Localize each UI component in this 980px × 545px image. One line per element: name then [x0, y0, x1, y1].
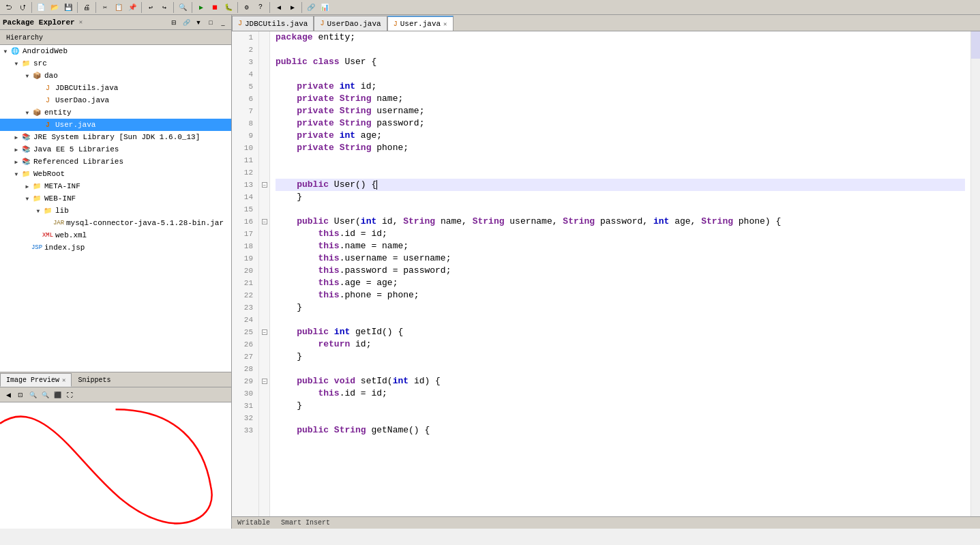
tab-jdbcutils[interactable]: J JDBCUtils.java	[232, 16, 314, 31]
expand-javaee[interactable]: ▶	[12, 147, 20, 153]
expand-webinf[interactable]: ▼	[23, 196, 31, 202]
expand-reflibs[interactable]: ▶	[12, 159, 20, 165]
tree-item-mysql-jar[interactable]: JAR mysql-connector-java-5.1.28-bin.jar	[0, 217, 231, 229]
fold-btn-32	[259, 412, 270, 424]
view-menu-btn[interactable]: ▼	[193, 17, 204, 28]
minimize-btn[interactable]: _	[218, 17, 228, 28]
tab-user[interactable]: J User.java ✕	[387, 16, 454, 31]
tree-item-entity[interactable]: ▼ 📦 entity	[0, 106, 231, 119]
toolbar-open[interactable]: 📂	[48, 1, 61, 14]
toolbar-forward[interactable]: ▶	[286, 1, 299, 14]
tab-hierarchy[interactable]: Hierarchy	[0, 31, 49, 44]
img-size-btn[interactable]: ⬛	[52, 389, 63, 400]
img-back-btn[interactable]: ◀	[3, 389, 14, 400]
icon-webinf: 📁	[31, 193, 42, 204]
img-zoomin-btn[interactable]: 🔍	[40, 389, 50, 400]
toolbar-back[interactable]: ◀	[273, 1, 285, 14]
snippets-label: Snippets	[78, 377, 110, 384]
tree-item-user[interactable]: J User.java	[0, 119, 231, 131]
toolbar-save[interactable]: 💾	[62, 1, 74, 14]
code-content[interactable]: package entity; public class User { priv…	[270, 31, 970, 516]
tree-item-dao[interactable]: ▼ 📦 dao	[0, 70, 231, 82]
maximize-btn[interactable]: □	[205, 17, 216, 28]
tree-item-androidweb[interactable]: ▼ 🌐 AndroidWeb	[0, 45, 231, 57]
tree-item-javaee[interactable]: ▶ 📚 Java EE 5 Libraries	[0, 143, 231, 156]
label-userdao: UserDao.java	[55, 96, 109, 104]
fold-btn-13[interactable]: −	[259, 179, 270, 191]
expand-metainf[interactable]: ▶	[23, 183, 31, 190]
collapse-all-btn[interactable]: ⊟	[168, 17, 179, 28]
token-kw2: int	[361, 216, 376, 228]
tab-userdao[interactable]: J UserDao.java	[314, 16, 387, 31]
tree-item-jre[interactable]: ▶ 📚 JRE System Library [Sun JDK 1.6.0_13…	[0, 131, 231, 143]
tab-user-close[interactable]: ✕	[443, 20, 447, 28]
img-full-btn[interactable]: ⛶	[64, 389, 75, 400]
line-num-22: 22	[232, 289, 256, 301]
fold-btn-16[interactable]: −	[259, 216, 270, 228]
line-num-10: 10	[232, 142, 256, 154]
toolbar-btn-2[interactable]: ⮍	[16, 1, 29, 14]
toolbar-print[interactable]: 🖨	[80, 1, 93, 14]
tab-snippets[interactable]: Snippets	[72, 373, 117, 387]
img-fit-btn[interactable]: ⊡	[15, 389, 26, 400]
tree-item-webxml[interactable]: XML web.xml	[0, 229, 231, 241]
tree-item-jdbcutils[interactable]: J JDBCUtils.java	[0, 82, 231, 94]
line-num-5: 5	[232, 80, 256, 93]
fold-btn-25[interactable]: −	[259, 326, 270, 338]
tree-view[interactable]: ▼ 🌐 AndroidWeb ▼ 📁 src ▼ 📦 dao	[0, 45, 231, 372]
fold-btn-6	[259, 93, 270, 105]
toolbar-run[interactable]: ▶	[195, 1, 207, 14]
toolbar-nav1[interactable]: 🔗	[305, 1, 317, 14]
tree-item-reflibs[interactable]: ▶ 📚 Referenced Libraries	[0, 156, 231, 168]
toolbar-settings[interactable]: ⚙	[241, 1, 253, 14]
toolbar-nav2[interactable]: 📊	[318, 1, 331, 14]
expand-androidweb[interactable]: ▼	[1, 48, 10, 55]
line-num-25: 25	[232, 326, 256, 338]
line-num-28: 28	[232, 363, 256, 375]
tab-image-preview[interactable]: Image Preview ✕	[0, 373, 72, 387]
link-editor-btn[interactable]: 🔗	[181, 17, 192, 28]
toolbar-sep-9	[301, 2, 302, 13]
token-kw: void	[334, 375, 355, 387]
left-panel: Package Explorer ✕ ⊟ 🔗 ▼ □ _ Hierarchy ▼	[0, 15, 232, 529]
expand-webroot[interactable]: ▼	[12, 171, 20, 177]
icon-project: 🌐	[10, 46, 20, 57]
toolbar-new-file[interactable]: 📄	[35, 1, 47, 14]
tree-item-src[interactable]: ▼ 📁 src	[0, 57, 231, 70]
token-plain: id;	[355, 80, 376, 93]
toolbar-btn-1[interactable]: ⮌	[3, 1, 15, 14]
code-line-26: return id;	[276, 338, 965, 351]
expand-lib[interactable]: ▼	[34, 208, 42, 214]
expand-entity[interactable]: ▼	[23, 110, 31, 116]
toolbar-paste[interactable]: 📌	[126, 1, 138, 14]
package-explorer-close[interactable]: ✕	[79, 18, 83, 26]
toolbar-help[interactable]: ?	[254, 1, 267, 14]
tree-item-metainf[interactable]: ▶ 📁 META-INF	[0, 180, 231, 192]
tree-item-lib[interactable]: ▼ 📁 lib	[0, 205, 231, 217]
tree-item-userdao[interactable]: J UserDao.java	[0, 94, 231, 106]
package-explorer-title: Package Explorer	[3, 18, 75, 27]
tree-item-webroot[interactable]: ▼ 📁 WebRoot	[0, 168, 231, 180]
img-zoomout-btn[interactable]: 🔍	[27, 389, 38, 400]
toolbar-redo[interactable]: ↪	[158, 1, 170, 14]
code-line-29: public void setId(int id) {	[276, 375, 965, 387]
expand-src[interactable]: ▼	[12, 61, 20, 67]
token-kw: public	[297, 326, 329, 338]
toolbar-search[interactable]: 🔍	[177, 1, 189, 14]
fold-btn-29[interactable]: −	[259, 375, 270, 387]
token-plain: username,	[505, 216, 563, 228]
image-preview-close[interactable]: ✕	[62, 377, 65, 384]
tree-item-webinf[interactable]: ▼ 📁 WEB-INF	[0, 192, 231, 205]
toolbar-undo[interactable]: ↩	[145, 1, 157, 14]
toolbar-stop[interactable]: ⏹	[209, 1, 221, 14]
toolbar-cut[interactable]: ✂	[99, 1, 111, 14]
expand-dao[interactable]: ▼	[23, 73, 31, 79]
toolbar-copy[interactable]: 📋	[113, 1, 125, 14]
code-area[interactable]: 1234567891011121314151617181920212223242…	[232, 31, 980, 516]
tree-item-indexjsp[interactable]: JSP index.jsp	[0, 241, 231, 254]
tab-user-label: User.java	[400, 20, 441, 28]
fold-btn-24	[259, 314, 270, 326]
expand-jre[interactable]: ▶	[12, 134, 20, 141]
token-plain: id;	[350, 338, 371, 351]
toolbar-debug[interactable]: 🐛	[222, 1, 235, 14]
